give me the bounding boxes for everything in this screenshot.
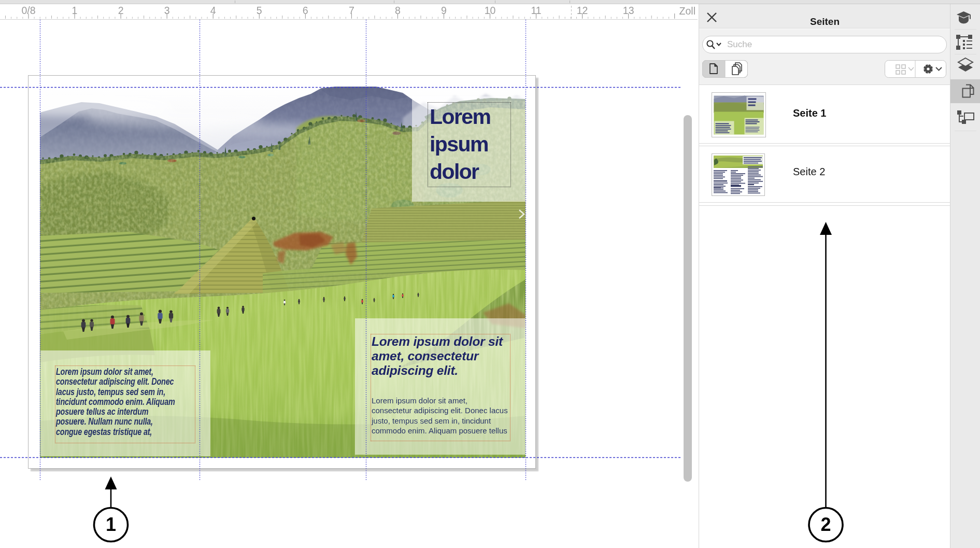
svg-text:2: 2	[820, 514, 831, 535]
svg-text:1: 1	[106, 514, 116, 535]
